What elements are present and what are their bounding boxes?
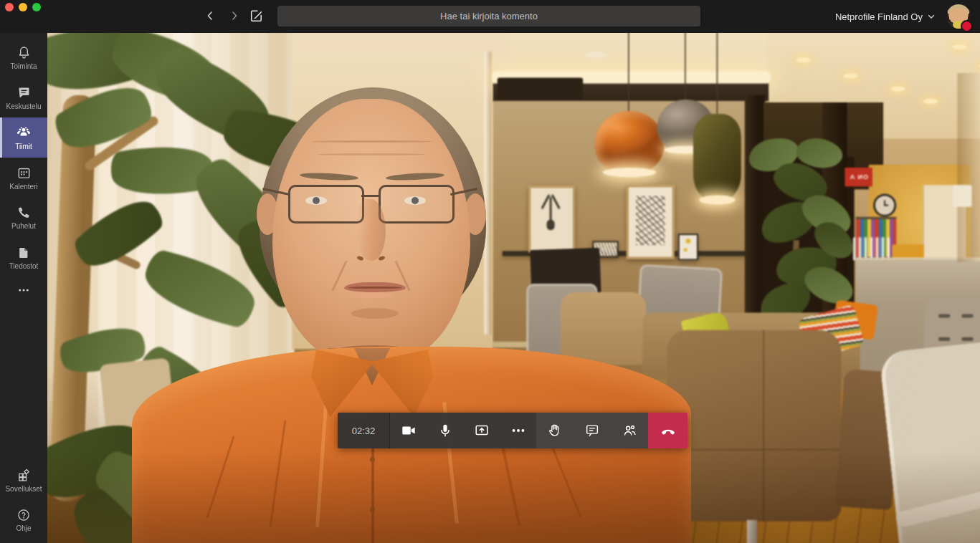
camera-icon — [401, 423, 417, 438]
call-timer: 02:32 — [338, 413, 390, 448]
ellipsis-icon — [510, 423, 526, 438]
call-control-bar: 02:32 — [338, 413, 688, 448]
share-screen-button[interactable] — [463, 413, 500, 448]
chevron-right-icon — [229, 10, 240, 21]
shirt-button — [370, 457, 375, 462]
sidebar-item-kalenteri[interactable]: Kalenteri — [0, 158, 47, 198]
chin-shadow — [351, 308, 399, 319]
minimize-window-button[interactable] — [19, 3, 27, 11]
raise-hand-icon — [547, 423, 563, 438]
glasses-left-lens — [288, 185, 364, 224]
app-rail: Toiminta Keskustelu Tiimit Kalenteri Puh… — [0, 33, 47, 543]
chevron-down-icon — [927, 12, 936, 21]
sidebar-item-tiimit[interactable]: Tiimit — [0, 117, 47, 158]
sidebar-label: Kalenteri — [9, 183, 37, 191]
share-screen-icon — [474, 423, 490, 438]
lower-lip-highlight — [356, 292, 394, 298]
person-mouth — [344, 282, 406, 292]
search-input[interactable]: Hae tai kirjoita komento — [277, 6, 700, 27]
apps-icon — [16, 468, 32, 483]
teams-icon — [16, 125, 32, 140]
presence-busy-badge — [961, 20, 973, 32]
participant-video-self — [47, 33, 980, 543]
chevron-left-icon — [204, 10, 216, 21]
zoom-window-button[interactable] — [32, 3, 41, 11]
sidebar-label: Sovellukset — [5, 485, 42, 493]
raise-hand-button[interactable] — [536, 413, 574, 448]
sidebar-item-puhelut[interactable]: Puhelut — [0, 198, 47, 238]
shirt-placket — [371, 434, 374, 543]
teams-window: Hae tai kirjoita komento Netprofile Finl… — [0, 0, 980, 543]
sidebar-label: Keskustelu — [6, 102, 42, 110]
forehead-line — [317, 153, 426, 155]
sidebar-spacer — [0, 302, 47, 460]
sidebar-label: Ohje — [16, 524, 31, 532]
camera-button[interactable] — [390, 413, 427, 448]
forward-button[interactable] — [226, 7, 243, 24]
ellipsis-icon — [17, 284, 30, 297]
more-options-button[interactable] — [500, 413, 536, 448]
new-chat-button[interactable] — [248, 7, 265, 24]
help-icon — [16, 508, 31, 522]
sidebar-item-ohje[interactable]: Ohje — [0, 500, 47, 540]
sidebar-label: Puhelut — [11, 222, 36, 230]
participants-icon — [622, 423, 637, 438]
sidebar-label: Toiminta — [10, 62, 37, 70]
sidebar-label: Tiedostot — [9, 262, 39, 270]
file-icon — [16, 246, 31, 260]
chat-bubble-icon — [584, 423, 600, 438]
microphone-icon — [437, 423, 453, 438]
phone-icon — [16, 206, 31, 220]
bell-icon — [16, 45, 32, 60]
org-name: Netprofile Finland Oy — [835, 11, 923, 22]
participants-button[interactable] — [611, 413, 648, 448]
person-pupil — [313, 197, 320, 204]
more-apps-button[interactable] — [0, 278, 47, 302]
forehead-line — [311, 140, 433, 143]
person-pupil — [411, 197, 419, 204]
calendar-icon — [16, 165, 32, 181]
sidebar-label: Tiimit — [15, 143, 32, 150]
new-chat-icon — [249, 9, 264, 23]
glasses-bridge — [361, 195, 379, 197]
chat-button[interactable] — [574, 413, 611, 448]
back-button[interactable] — [201, 7, 219, 24]
sidebar-item-keskustelu[interactable]: Keskustelu — [0, 77, 47, 117]
sidebar-item-tiedostot[interactable]: Tiedostot — [0, 238, 47, 278]
title-bar: Hae tai kirjoita komento Netprofile Finl… — [0, 0, 980, 33]
tenant-switcher[interactable]: Netprofile Finland Oy — [835, 0, 936, 33]
sidebar-item-sovellukset[interactable]: Sovellukset — [0, 460, 47, 500]
shirt-button — [370, 507, 375, 512]
sidebar-item-toiminta[interactable]: Toiminta — [0, 37, 47, 77]
hang-up-button[interactable] — [648, 413, 688, 448]
microphone-button[interactable] — [427, 413, 463, 448]
person-nose — [357, 199, 386, 261]
close-window-button[interactable] — [5, 3, 14, 11]
hang-up-icon — [660, 422, 677, 439]
video-stage: ON A — [47, 33, 980, 543]
chat-icon — [16, 85, 32, 100]
